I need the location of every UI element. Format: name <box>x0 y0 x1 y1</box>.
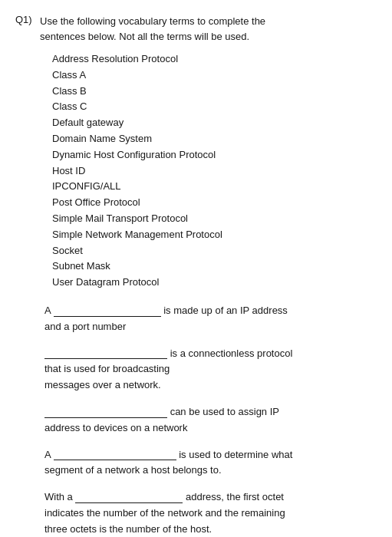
question-number: Q1) <box>15 14 37 44</box>
suffix-4a: is used to determine what <box>179 449 292 460</box>
suffix-1b: and a port number <box>44 321 126 332</box>
suffix-4b: segment of a network a host belongs to. <box>44 464 222 476</box>
prefix-4: A <box>44 449 51 460</box>
list-item: Default gateway <box>52 115 377 131</box>
sentence-continuation-4: segment of a network a host belongs to. <box>44 463 377 479</box>
sentence-block-1: A is made up of an IP address and a port… <box>44 303 377 335</box>
suffix-5c: three octets is the number of the host. <box>44 523 212 535</box>
list-item: Post Office Protocol <box>52 195 377 211</box>
sentence-line-1: A is made up of an IP address <box>44 303 377 319</box>
blank-3 <box>44 417 167 418</box>
list-item: User Datagram Protocol <box>52 275 377 291</box>
list-item: Class B <box>52 84 377 100</box>
text-spacer <box>51 449 54 460</box>
suffix-3a: can be used to assign IP <box>170 406 279 417</box>
blank-4 <box>54 460 176 460</box>
list-item: Simple Mail Transport Protocol <box>52 211 377 227</box>
sentence-line-4: A is used to determine what <box>44 447 377 463</box>
list-item: Class A <box>52 68 377 84</box>
suffix-5a: address, the first octet <box>186 491 284 502</box>
list-item: Host ID <box>52 163 377 180</box>
suffix-1a: is made up of an IP address <box>163 305 288 316</box>
instructions-line1: Use the following vocabulary terms to co… <box>40 15 265 27</box>
sentence-continuation-5b: three octets is the number of the host. <box>44 522 377 537</box>
blank-5 <box>75 502 183 503</box>
list-item: Socket <box>52 243 377 259</box>
sentence-continuation-1: and a port number <box>44 319 377 335</box>
suffix-3b: address to devices on a network <box>44 422 187 433</box>
instructions-line2: sentences below. Not all the terms will … <box>40 31 249 42</box>
suffix-2c: messages over a network. <box>44 379 161 390</box>
sentence-block-4: A is used to determine what segment of a… <box>44 447 377 479</box>
suffix-5b: indicates the number of the network and … <box>44 507 285 519</box>
list-item: Domain Name System <box>52 131 377 147</box>
suffix-2a: is a connectionless protocol <box>170 348 293 359</box>
list-item: Dynamic Host Configuration Protocol <box>52 147 377 163</box>
text-spacer <box>73 491 76 502</box>
suffix-2b: that is used for broadcasting <box>44 363 170 374</box>
sentence-continuation-3: address to devices on a network <box>44 420 377 437</box>
sentence-block-3: can be used to assign IP address to devi… <box>44 404 377 437</box>
sentence-block-5: With a address, the first octet indicate… <box>44 489 377 537</box>
list-item: Address Resolution Protocol <box>52 51 377 68</box>
list-item: Class C <box>52 99 377 115</box>
sentence-line-3: can be used to assign IP <box>44 404 377 420</box>
question-container: Q1) Use the following vocabulary terms t… <box>15 14 377 537</box>
sentence-line-5: With a address, the first octet <box>44 489 377 506</box>
question-instructions: Use the following vocabulary terms to co… <box>40 14 265 44</box>
sentence-block-2: is a connectionless protocol that is use… <box>44 346 377 394</box>
prefix-1: A <box>44 305 51 316</box>
blank-1 <box>54 316 161 317</box>
text-spacer <box>51 305 54 316</box>
prefix-5: With a <box>44 491 73 502</box>
sentence-continuation-2a: that is used for broadcasting <box>44 361 377 377</box>
sentences-section: A is made up of an IP address and a port… <box>44 303 377 537</box>
sentence-continuation-5a: indicates the number of the network and … <box>44 506 377 522</box>
question-header: Q1) Use the following vocabulary terms t… <box>15 14 377 44</box>
list-item: Simple Network Management Protocol <box>52 227 377 243</box>
vocabulary-list: Address Resolution Protocol Class A Clas… <box>52 51 377 291</box>
list-item: Subnet Mask <box>52 259 377 275</box>
list-item: IPCONFIG/ALL <box>52 179 377 195</box>
blank-2 <box>44 358 167 359</box>
sentence-continuation-2b: messages over a network. <box>44 377 377 394</box>
sentence-line-2: is a connectionless protocol <box>44 346 377 362</box>
